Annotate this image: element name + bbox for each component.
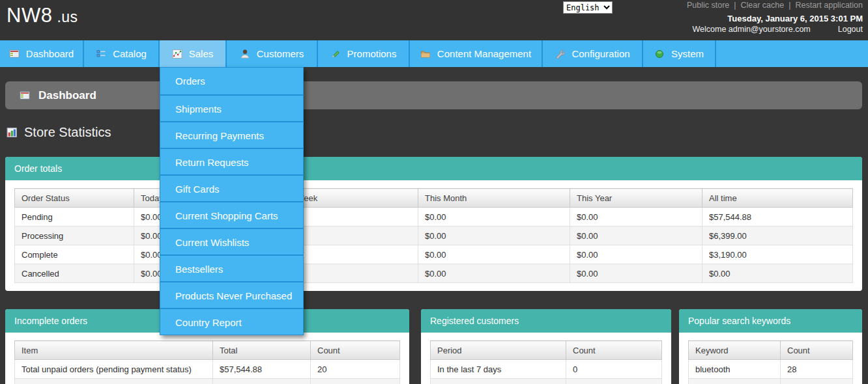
column-header: All time — [702, 189, 853, 208]
table-cell: In the last 14 days — [431, 379, 566, 384]
table-cell: Complete — [15, 245, 134, 264]
column-header: Count — [781, 341, 853, 360]
nav-tab-sales[interactable]: Sales — [160, 40, 227, 67]
incomplete-orders-table: Item Total Count Total unpaid orders (pe… — [14, 340, 400, 384]
section-title: Store Statistics — [24, 125, 111, 140]
menu-item-current-shopping-carts[interactable]: Current Shopping Carts — [160, 201, 303, 228]
column-header: Count — [566, 341, 662, 360]
table-cell: Processing — [15, 226, 134, 245]
popular-search-keywords-panel: Popular search keywords Keyword Count bl… — [679, 309, 862, 384]
menu-item-products-never-purchased[interactable]: Products Never Purchased — [160, 281, 303, 308]
panel-body: Keyword Count bluetooth 28 bag 16 — [679, 333, 862, 384]
table-cell: 0 — [566, 360, 662, 379]
column-header: Period — [431, 341, 566, 360]
table-row: Total unpaid orders (pending payment sta… — [15, 360, 400, 379]
table-header-row: Period Count — [431, 341, 662, 360]
nav-label: Promotions — [347, 48, 397, 59]
menu-item-bestsellers[interactable]: Bestsellers — [160, 254, 303, 281]
table-cell: 0 — [566, 379, 662, 384]
nav-label: Customers — [257, 48, 304, 59]
menu-item-gift-cards[interactable]: Gift Cards — [160, 174, 303, 201]
panel-title: Registered customers — [421, 309, 671, 333]
sales-dropdown-menu: Orders Shipments Recurring Payments Retu… — [160, 67, 304, 335]
header-links: Public store|Clear cache|Restart applica… — [687, 1, 863, 10]
nav-tab-configuration[interactable]: Configuration — [543, 40, 643, 67]
system-icon — [654, 49, 665, 59]
panel-body: Period Count In the last 7 days 0 In the… — [421, 333, 671, 384]
column-header: Keyword — [689, 341, 781, 360]
configuration-icon — [555, 49, 565, 59]
table-cell: $0.00 — [570, 208, 702, 226]
table-cell: $3,190.00 — [702, 245, 853, 264]
table-cell: $0.00 — [570, 226, 702, 245]
column-header: Count — [311, 341, 400, 360]
table-row: Cancelled $0.00 $0.00 $0.00 $0.00 $0.00 — [15, 264, 853, 283]
link-separator: | — [734, 1, 736, 10]
nav-label: Dashboard — [26, 48, 74, 59]
nav-label: System — [671, 48, 704, 59]
language-select[interactable]: English — [563, 1, 613, 14]
table-cell: $0.00 — [570, 245, 702, 264]
table-cell: Total not yet shipped orders — [15, 379, 213, 384]
nav-label: Sales — [189, 48, 214, 59]
column-header: Item — [15, 341, 213, 360]
logo-main: NW8 — [7, 4, 52, 27]
menu-item-current-wishlists[interactable]: Current Wishlists — [160, 228, 303, 254]
admin-dashboard-screen: NW8.us English Public store|Clear cache|… — [0, 0, 868, 384]
table-cell: 28 — [781, 360, 853, 379]
table-cell: 20 — [311, 360, 400, 379]
panel-title: Popular search keywords — [679, 309, 862, 333]
table-cell: $6,399.00 — [702, 226, 853, 245]
table-row: bag 16 — [689, 379, 853, 384]
panel-body: Order Status Today This Week This Month … — [5, 180, 862, 291]
menu-item-recurring-payments[interactable]: Recurring Payments — [160, 121, 303, 148]
current-datetime: Tuesday, January 6, 2015 3:01 PM — [687, 14, 863, 23]
registered-customers-panel: Registered customers Period Count In the… — [421, 309, 671, 384]
table-cell: $0.00 — [702, 264, 853, 283]
table-row: Processing $0.00 $0.00 $0.00 $0.00 $6,39… — [15, 226, 853, 245]
table-header-row: Order Status Today This Week This Month … — [15, 189, 853, 208]
nav-tab-customers[interactable]: Customers — [227, 40, 318, 67]
nav-tab-catalog[interactable]: Catalog — [84, 40, 160, 67]
table-cell: 16 — [781, 379, 853, 384]
table-row: bluetooth 28 — [689, 360, 853, 379]
store-logo[interactable]: NW8.us — [7, 4, 78, 27]
nav-tab-system[interactable]: System — [643, 40, 716, 67]
dashboard-icon — [9, 49, 20, 59]
clear-cache-link[interactable]: Clear cache — [741, 1, 785, 10]
bar-chart-icon — [7, 127, 18, 138]
store-statistics-heading: Store Statistics — [7, 125, 111, 140]
table-cell: $0.00 — [418, 245, 570, 264]
public-store-link[interactable]: Public store — [687, 1, 729, 10]
menu-item-orders[interactable]: Orders — [160, 68, 303, 94]
table-cell: In the last 7 days — [431, 360, 566, 379]
promotions-icon — [330, 49, 341, 59]
nav-label: Content Management — [437, 48, 531, 59]
popular-search-keywords-table: Keyword Count bluetooth 28 bag 16 — [688, 340, 853, 384]
registered-customers-table: Period Count In the last 7 days 0 In the… — [430, 340, 662, 384]
table-cell: Pending — [15, 208, 134, 226]
menu-item-country-report[interactable]: Country Report — [160, 308, 303, 335]
main-nav: Dashboard Catalog Sales Customers Promot… — [0, 40, 868, 67]
logout-link[interactable]: Logout — [838, 25, 863, 34]
table-cell: 34 — [311, 379, 400, 384]
restart-application-link[interactable]: Restart application — [795, 1, 863, 10]
nav-tab-content-management[interactable]: Content Management — [410, 40, 543, 67]
table-row: Total not yet shipped orders $67,133.88 … — [15, 379, 400, 384]
table-cell: $0.00 — [418, 264, 570, 283]
table-cell: $0.00 — [570, 264, 702, 283]
menu-item-shipments[interactable]: Shipments — [160, 94, 303, 121]
page-title: Dashboard — [38, 89, 96, 102]
table-cell: $57,544.88 — [213, 360, 311, 379]
menu-item-return-requests[interactable]: Return Requests — [160, 148, 303, 174]
table-cell: $57,544.88 — [702, 208, 853, 226]
header-right: Public store|Clear cache|Restart applica… — [687, 1, 863, 34]
table-cell: bag — [689, 379, 781, 384]
table-row: In the last 7 days 0 — [431, 360, 662, 379]
order-totals-table: Order Status Today This Week This Month … — [14, 188, 853, 283]
nav-tab-promotions[interactable]: Promotions — [318, 40, 410, 67]
table-header-row: Item Total Count — [15, 341, 400, 360]
nav-label: Configuration — [571, 48, 629, 59]
catalog-icon — [96, 49, 106, 59]
nav-tab-dashboard[interactable]: Dashboard — [0, 40, 84, 67]
